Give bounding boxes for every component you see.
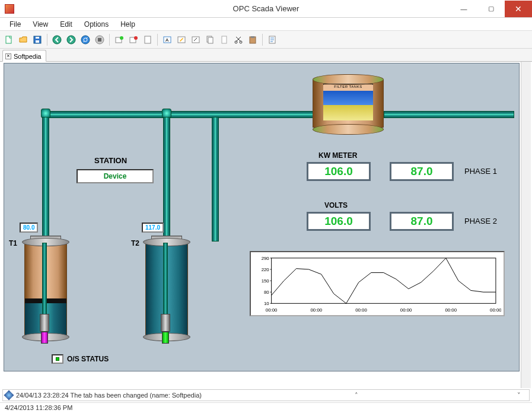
phase2-label: PHASE 2: [464, 217, 497, 225]
svg-point-6: [81, 36, 90, 44]
paste-icon[interactable]: [246, 33, 259, 46]
svg-point-10: [120, 36, 123, 40]
shape-tool-icon[interactable]: [189, 33, 202, 46]
edit-tool-icon[interactable]: [175, 33, 188, 46]
svg-text:10: 10: [264, 301, 269, 306]
svg-rect-8: [98, 38, 101, 42]
close-tab-icon[interactable]: [127, 33, 140, 46]
svg-text:A: A: [165, 37, 169, 43]
vertical-scrollbar[interactable]: [521, 62, 531, 388]
svg-rect-24: [251, 36, 254, 38]
phase1-label: PHASE 1: [464, 167, 497, 176]
maximize-button[interactable]: ▢: [477, 1, 505, 17]
os-status-indicator: [52, 354, 63, 364]
scada-canvas[interactable]: FILTER TANKS STATION Device 80.0 T1 117.…: [4, 63, 520, 371]
filter-tank: FILTER TANKS: [313, 74, 384, 134]
tab-softpedia[interactable]: × Softpedia: [2, 50, 46, 62]
cut-icon[interactable]: [232, 33, 245, 46]
svg-text:00:00: 00:00: [490, 307, 501, 313]
svg-rect-13: [145, 36, 151, 43]
svg-text:80: 80: [264, 290, 269, 295]
os-status: O/S STATUS: [52, 354, 109, 364]
status-scroll-up[interactable]: ˄: [355, 392, 364, 399]
station-heading: STATION: [94, 156, 127, 165]
minimize-button[interactable]: —: [450, 1, 477, 17]
menu-view[interactable]: View: [27, 19, 54, 30]
status-log-icon: [4, 390, 14, 401]
svg-text:00:00: 00:00: [445, 307, 457, 313]
new-icon[interactable]: [2, 33, 15, 46]
save-icon[interactable]: [31, 33, 44, 46]
svg-rect-2: [36, 40, 39, 43]
page-icon[interactable]: [141, 33, 154, 46]
t1-value-badge: 80.0: [20, 223, 38, 233]
status-log-text: 24/04/13 23:28:24 The tab has been chang…: [16, 392, 202, 399]
t2-label: T2: [131, 239, 139, 247]
pump-t2: [161, 314, 170, 344]
status-datetime: 4/24/2013 11:28:36 PM: [5, 404, 72, 411]
copy-icon[interactable]: [203, 33, 216, 46]
status-log-bar: 24/04/13 23:28:24 The tab has been chang…: [2, 389, 530, 401]
t1-label: T1: [9, 239, 17, 247]
svg-text:00:00: 00:00: [310, 307, 322, 313]
svg-point-4: [53, 36, 61, 44]
stop-icon[interactable]: [93, 33, 106, 46]
lcd-kw-phase1: 106.0: [307, 162, 371, 181]
pipe-main-right: [384, 111, 514, 118]
filter-tank-label: FILTER TANKS: [323, 85, 373, 91]
document-icon[interactable]: [218, 33, 231, 46]
menu-help[interactable]: Help: [114, 19, 141, 30]
svg-point-5: [67, 36, 75, 44]
svg-rect-0: [6, 36, 11, 43]
svg-text:290: 290: [262, 256, 270, 261]
svg-rect-3: [36, 37, 39, 39]
tabstrip: × Softpedia: [0, 49, 532, 62]
status-datetime-bar: 4/24/2013 11:28:36 PM: [0, 402, 532, 413]
lcd-volts-phase1: 106.0: [307, 212, 371, 231]
svg-point-12: [134, 36, 138, 40]
menu-file[interactable]: File: [4, 19, 27, 30]
properties-icon[interactable]: [266, 33, 279, 46]
trend-chart: 108015022029000:0000:0000:0000:0000:0000…: [250, 251, 505, 316]
os-status-label: O/S STATUS: [67, 355, 109, 363]
pump-t1: [40, 314, 49, 344]
svg-rect-17: [192, 37, 199, 43]
pipe-down-3: [212, 117, 219, 242]
station-device-box[interactable]: Device: [77, 169, 154, 183]
window-title: OPC Scada Viewer: [233, 4, 300, 13]
app-icon: [5, 4, 14, 14]
tab-label: Softpedia: [14, 53, 41, 60]
svg-rect-42: [272, 258, 496, 303]
svg-text:00:00: 00:00: [400, 307, 412, 313]
tank-t2: [145, 243, 188, 338]
status-scroll-down[interactable]: ˅: [517, 392, 527, 399]
volts-label: VOLTS: [324, 201, 348, 209]
menu-edit[interactable]: Edit: [54, 19, 78, 30]
lcd-volts-phase2: 87.0: [390, 212, 454, 231]
lcd-kw-phase2: 87.0: [390, 162, 454, 181]
forward-icon[interactable]: [65, 33, 78, 46]
svg-text:220: 220: [262, 267, 270, 272]
svg-text:00:00: 00:00: [355, 307, 367, 313]
svg-rect-19: [208, 37, 213, 43]
new-tab-icon[interactable]: [113, 33, 126, 46]
station-device-value: Device: [104, 172, 127, 180]
svg-text:150: 150: [262, 278, 270, 284]
toolbar: A: [0, 31, 532, 49]
open-icon[interactable]: [17, 33, 30, 46]
kw-meter-label: KW METER: [318, 151, 357, 160]
text-tool-icon[interactable]: A: [161, 33, 174, 46]
close-button[interactable]: ✕: [505, 1, 532, 17]
titlebar: OPC Scada Viewer — ▢ ✕: [0, 0, 532, 18]
pipe-main-left: [46, 111, 314, 118]
t2-value-badge: 117.0: [142, 223, 164, 233]
canvas-area: FILTER TANKS STATION Device 80.0 T1 117.…: [1, 62, 531, 388]
svg-rect-20: [222, 36, 227, 43]
menubar: File View Edit Options Help: [0, 18, 532, 31]
menu-options[interactable]: Options: [78, 19, 114, 30]
tab-close-icon[interactable]: ×: [5, 53, 11, 59]
refresh-icon[interactable]: [79, 33, 92, 46]
back-icon[interactable]: [50, 33, 63, 46]
tank-t1: [24, 243, 67, 338]
window-controls: — ▢ ✕: [450, 1, 532, 17]
